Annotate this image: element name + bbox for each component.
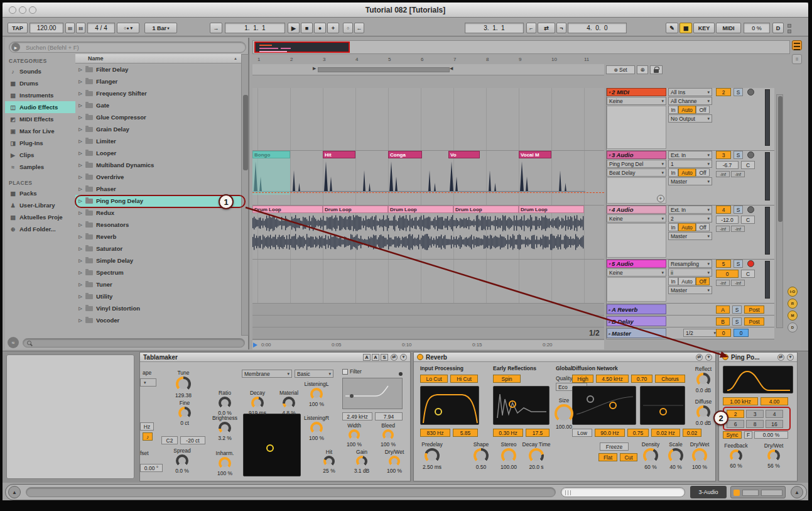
device-chooser[interactable]: Ping Pong Del <box>607 160 666 168</box>
arm-button[interactable] <box>747 151 754 158</box>
arrangement-overview[interactable] <box>252 40 790 54</box>
disclosure-triangle-icon[interactable]: ▷ <box>75 211 85 216</box>
browser-item[interactable]: ▷Spectrum <box>75 266 241 278</box>
disclosure-triangle-icon[interactable]: ▷ <box>75 103 85 108</box>
clip-vo[interactable]: Vo <box>448 151 480 158</box>
midi-map-button[interactable]: MIDI <box>716 23 741 33</box>
monitor-auto-button[interactable]: Auto <box>678 223 696 231</box>
sort-arrow-icon[interactable]: ▲ <box>234 57 237 60</box>
hot-swap-icon[interactable]: ⇄ <box>696 354 703 361</box>
sidebar-item-clips[interactable]: ▶Clips <box>5 149 75 161</box>
mod-rate-field[interactable]: 0.02 Hz <box>651 429 680 437</box>
arrangement-scrollbar-thumb[interactable] <box>778 96 782 222</box>
solo-button[interactable]: S <box>734 151 743 159</box>
disclosure-triangle-icon[interactable]: ▷ <box>75 139 85 144</box>
input-type-chooser[interactable]: Ext. In <box>668 206 712 214</box>
browser-item[interactable]: ▷Simple Delay <box>75 255 241 266</box>
monitor-auto-button[interactable]: Auto <box>678 106 696 114</box>
knob-drywet-dial[interactable] <box>389 456 400 467</box>
add-lane-button[interactable]: + <box>657 195 664 202</box>
hot-swap-circle-icon[interactable]: ≈ <box>8 337 19 348</box>
browser-item[interactable]: ▷Grain Delay <box>75 123 241 135</box>
input-type-chooser[interactable]: Resampling <box>668 260 712 268</box>
solo-button[interactable]: S <box>732 305 742 314</box>
lo-cut-button[interactable]: Lo Cut <box>420 375 448 383</box>
volume-field[interactable]: 0 <box>716 329 731 337</box>
list-header[interactable]: Name▲ <box>75 54 241 63</box>
io-grid-icon[interactable]: ⠿ <box>792 54 802 64</box>
monitor-off-button[interactable]: Off <box>696 168 710 177</box>
knob-pp_drywet-dial[interactable] <box>767 449 780 462</box>
disclosure-triangle-icon[interactable]: ▷ <box>75 127 85 132</box>
track-title[interactable]: ▾4 Audio <box>607 206 666 214</box>
record-button[interactable]: ● <box>314 23 326 33</box>
clip-drum-loop[interactable]: Drum Loop <box>519 206 584 213</box>
clip-drum-loop[interactable]: Drum Loop <box>323 206 388 213</box>
browser-item[interactable]: ▷Ping Pong Delay <box>75 195 241 207</box>
solo-button[interactable]: S <box>734 88 743 96</box>
browser-item[interactable]: ▷Limiter <box>75 135 241 147</box>
browser-item[interactable]: ▷Glue Compressor <box>75 111 241 123</box>
sidebar-item-user-library[interactable]: ♟User-Library <box>5 199 75 211</box>
disclosure-triangle-icon[interactable]: ▷ <box>75 175 85 180</box>
knob-bleed-dial[interactable] <box>382 429 394 441</box>
lane-b-delay[interactable] <box>252 316 604 327</box>
delay-offset-field[interactable]: 0.00 % <box>754 431 788 439</box>
nudge-down-icon[interactable]: |||| <box>65 23 75 33</box>
disclosure-triangle-icon[interactable]: ▷ <box>75 115 85 120</box>
output-chooser[interactable]: No Output <box>668 114 712 123</box>
track-title[interactable]: ▾3 Audio <box>607 151 666 159</box>
volume-field[interactable]: -12.0 <box>716 216 739 224</box>
arrangement-scrollbar[interactable] <box>776 94 783 328</box>
browser-item[interactable]: ▷Phaser <box>75 183 241 195</box>
disclosure-triangle-icon[interactable]: ▷ <box>75 199 85 204</box>
browser-item[interactable]: ▷Multiband Dynamics <box>75 159 241 171</box>
tap-button[interactable]: TAP <box>8 23 28 33</box>
track-title[interactable]: ▸B Delay <box>607 316 666 326</box>
browser-item[interactable]: ▷Resonators <box>75 219 241 231</box>
spin-rate-field[interactable]: 0.30 Hz <box>493 429 523 437</box>
track-fold-icon[interactable]: ▾ <box>609 207 610 212</box>
clip-drum-loop[interactable]: Drum Loop <box>453 206 519 213</box>
disclosure-triangle-icon[interactable]: ▷ <box>75 67 85 72</box>
track-title[interactable]: ▸Master <box>607 328 666 338</box>
browser-item[interactable]: ▷Saturator <box>75 243 241 255</box>
quantize-menu[interactable]: 1 Bar ▾ <box>144 23 177 33</box>
chorus-button[interactable]: Chorus <box>655 375 685 383</box>
beat-division-8[interactable]: 8 <box>746 420 764 428</box>
overdub-button[interactable]: + <box>327 23 339 33</box>
shape-menu-partial[interactable] <box>140 378 156 387</box>
knob-spread-dial[interactable] <box>176 454 188 467</box>
browser-scrollbar-thumb[interactable] <box>243 95 248 170</box>
knob-tune-dial[interactable] <box>176 376 191 392</box>
time-ruler-row[interactable]: 0:000:050:100:150:20 <box>252 339 604 349</box>
spin-button[interactable]: Spin <box>493 375 521 383</box>
track-title[interactable]: ▾5 Audio <box>607 260 666 268</box>
monitor-in-button[interactable]: In <box>668 168 678 177</box>
arrangement-position-field[interactable]: 1. 1. 1 <box>225 23 285 33</box>
filter-freq-field[interactable]: 1.00 kHz <box>723 397 758 405</box>
disclosure-triangle-icon[interactable]: ▷ <box>75 258 85 263</box>
beat-division-16[interactable]: 16 <box>766 420 783 428</box>
volume-field[interactable]: -6.7 <box>716 161 739 169</box>
monitor-in-button[interactable]: In <box>668 106 678 114</box>
arm-button[interactable] <box>747 260 754 267</box>
browser-scrollbar[interactable] <box>241 54 249 336</box>
track-fold-icon[interactable]: ▸ <box>609 331 610 336</box>
input-q-field[interactable]: 5.85 <box>453 429 478 437</box>
punch-in-icon[interactable]: ⌐ <box>526 23 536 33</box>
knob-scale-dial[interactable] <box>668 448 683 463</box>
arm-button[interactable] <box>747 206 754 213</box>
bar-ruler[interactable]: 1234567891011 <box>252 55 604 63</box>
close-button[interactable] <box>9 6 16 14</box>
sidebar-item-plug-ins[interactable]: ◨Plug-Ins <box>5 137 75 149</box>
show-delay-toggle[interactable]: D <box>788 322 798 332</box>
sidebar-item-midi-effects[interactable]: ◩MIDI Effects <box>5 113 75 125</box>
browser-item[interactable]: ▷Filter Delay <box>75 63 241 75</box>
disclosure-triangle-icon[interactable]: ▷ <box>75 294 85 299</box>
lane-master[interactable] <box>252 327 604 339</box>
lock-envelopes-button[interactable] <box>650 65 663 74</box>
show-returns-toggle[interactable]: R <box>788 299 798 309</box>
clip-hit[interactable]: Hit <box>323 151 355 158</box>
lane-5-audio[interactable] <box>252 260 604 304</box>
